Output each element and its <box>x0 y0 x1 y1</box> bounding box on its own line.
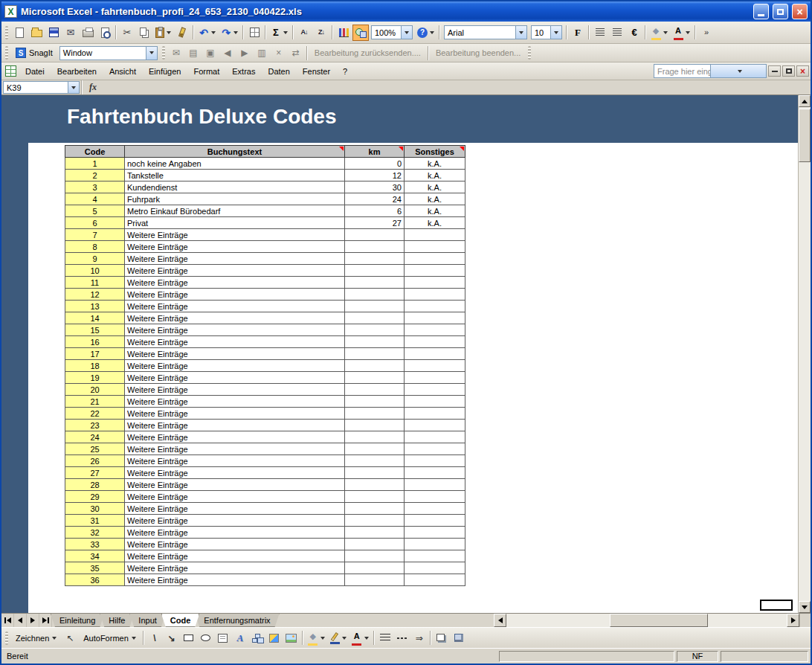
cell-so[interactable] <box>405 455 465 467</box>
horizontal-scrollbar[interactable] <box>494 614 811 627</box>
cell-code[interactable]: 22 <box>65 408 125 420</box>
sheet-tab-entfernungsmatrix[interactable]: Entfernungsmatrix <box>195 614 279 627</box>
cell-so[interactable]: k.A. <box>405 205 465 217</box>
cell-code[interactable]: 25 <box>65 443 125 455</box>
cell-so[interactable] <box>405 301 465 312</box>
cell-text[interactable]: Weitere Einträge <box>125 479 345 491</box>
cell-so[interactable] <box>405 443 465 455</box>
dropdown-caret-icon[interactable] <box>342 637 347 640</box>
cell-text[interactable]: Fuhrpark <box>125 193 345 205</box>
cell-km[interactable] <box>345 336 405 348</box>
shadow-style-icon[interactable] <box>434 630 450 646</box>
cell-code[interactable]: 30 <box>65 503 125 515</box>
cell-text[interactable]: Weitere Einträge <box>125 550 345 562</box>
cell-so[interactable] <box>405 467 465 479</box>
column-header-code[interactable]: Code <box>65 146 125 158</box>
cell-km[interactable]: 6 <box>345 205 405 217</box>
font-color-icon[interactable]: A <box>349 630 371 646</box>
cell-so[interactable] <box>405 360 465 372</box>
fill-color-icon[interactable]: ◆ <box>648 25 670 41</box>
cell-so[interactable] <box>405 384 465 396</box>
cell-so[interactable]: k.A. <box>405 170 465 181</box>
column-header-km[interactable]: km <box>345 146 405 158</box>
cell-so[interactable]: k.A. <box>405 181 465 193</box>
worksheet[interactable]: Fahrtenbuch Deluxe Codes CodeBuchungstex… <box>1 95 798 613</box>
cell-so[interactable]: k.A. <box>405 158 465 170</box>
cell-code[interactable]: 34 <box>65 550 125 562</box>
textbox-icon[interactable] <box>215 630 231 646</box>
wordart-icon[interactable]: A <box>232 630 248 646</box>
cell-km[interactable] <box>345 396 405 408</box>
toolbar-options-icon[interactable]: » <box>698 25 715 41</box>
cell-code[interactable]: 2 <box>65 170 125 181</box>
print-preview-icon[interactable] <box>97 25 113 41</box>
mail-icon[interactable]: ✉ <box>62 25 79 41</box>
cell-so[interactable] <box>405 253 465 265</box>
cell-code[interactable]: 19 <box>65 372 125 384</box>
cell-so[interactable] <box>405 324 465 336</box>
cell-code[interactable]: 18 <box>65 360 125 372</box>
formula-input[interactable] <box>102 81 809 94</box>
cell-text[interactable]: Weitere Einträge <box>125 527 345 539</box>
cell-km[interactable] <box>345 491 405 503</box>
cell-code[interactable]: 33 <box>65 539 125 550</box>
snagit-window-select[interactable]: Window <box>59 46 158 60</box>
redo-icon[interactable]: ↷ <box>219 25 240 41</box>
cell-km[interactable] <box>345 312 405 324</box>
menu-item-einfgen[interactable]: Einfügen <box>143 65 187 78</box>
cell-code[interactable]: 13 <box>65 301 125 312</box>
cell-text[interactable]: noch keine Angaben <box>125 158 345 170</box>
insert-function-button[interactable]: fx <box>89 82 97 93</box>
cell-code[interactable]: 16 <box>65 336 125 348</box>
cell-km[interactable] <box>345 431 405 443</box>
cell-km[interactable] <box>345 253 405 265</box>
cell-text[interactable]: Weitere Einträge <box>125 443 345 455</box>
clipart-icon[interactable] <box>266 630 283 646</box>
cell-code[interactable]: 32 <box>65 527 125 539</box>
last-sheet-button[interactable] <box>39 614 52 627</box>
cell-code[interactable]: 36 <box>65 574 125 586</box>
align-center-icon[interactable] <box>609 25 625 41</box>
dropdown-caret-icon[interactable] <box>515 26 526 39</box>
dropdown-caret-icon[interactable] <box>211 31 216 34</box>
line-color-icon[interactable] <box>328 630 349 646</box>
cell-text[interactable]: Privat <box>125 217 345 229</box>
cell-text[interactable]: Weitere Einträge <box>125 241 345 253</box>
dropdown-caret-icon[interactable] <box>146 47 157 60</box>
cell-so[interactable] <box>405 420 465 431</box>
toolbar-grip[interactable] <box>5 26 8 39</box>
cell-text[interactable]: Metro Einkauf Bürobedarf <box>125 205 345 217</box>
cell-code[interactable]: 10 <box>65 265 125 277</box>
cell-km[interactable] <box>345 229 405 241</box>
cell-text[interactable]: Weitere Einträge <box>125 455 345 467</box>
arrow-style-icon[interactable]: ⇒ <box>411 630 428 646</box>
euro-button[interactable]: € <box>626 25 642 41</box>
cell-text[interactable]: Weitere Einträge <box>125 396 345 408</box>
cell-so[interactable] <box>405 265 465 277</box>
print-icon[interactable] <box>80 25 96 41</box>
cell-so[interactable] <box>405 229 465 241</box>
dropdown-caret-icon[interactable] <box>320 637 325 640</box>
cell-km[interactable] <box>345 574 405 586</box>
dash-style-icon[interactable] <box>394 630 410 646</box>
cell-text[interactable]: Weitere Einträge <box>125 408 345 420</box>
bold-button[interactable]: F <box>570 25 586 41</box>
cell-so[interactable] <box>405 503 465 515</box>
cell-km[interactable] <box>345 550 405 562</box>
name-box-caret-icon[interactable] <box>68 81 80 94</box>
dropdown-caret-icon[interactable] <box>710 65 767 77</box>
sheet-tab-hilfe[interactable]: Hilfe <box>100 614 134 627</box>
window-minimize-button[interactable] <box>768 65 781 77</box>
cell-km[interactable]: 12 <box>345 170 405 181</box>
cell-text[interactable]: Weitere Einträge <box>125 348 345 360</box>
select-objects-icon[interactable]: ↖ <box>62 630 78 646</box>
cell-km[interactable] <box>345 408 405 420</box>
cell-km[interactable] <box>345 420 405 431</box>
cell-text[interactable]: Weitere Einträge <box>125 277 345 289</box>
cell-code[interactable]: 6 <box>65 217 125 229</box>
close-button[interactable] <box>792 4 808 19</box>
cell-code[interactable]: 35 <box>65 562 125 574</box>
threed-style-icon[interactable] <box>451 630 467 646</box>
toolbar-grip[interactable] <box>5 46 8 60</box>
cell-code[interactable]: 17 <box>65 348 125 360</box>
